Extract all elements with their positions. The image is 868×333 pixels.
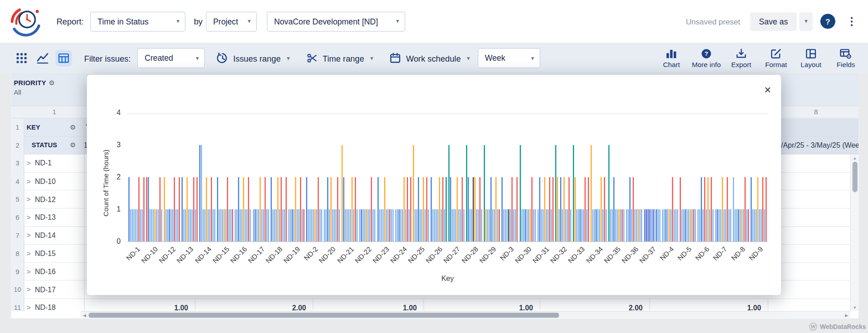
expand-chevron-icon[interactable]: > [27, 268, 32, 275]
bar-group[interactable] [181, 114, 198, 241]
bar [364, 209, 365, 241]
value-cell[interactable]: 1.00 [649, 299, 767, 311]
bar-group[interactable] [465, 114, 483, 241]
save-as-dropdown-button[interactable]: ▾ [800, 12, 813, 31]
bar-group[interactable] [697, 114, 714, 241]
scroll-down-arrow-icon[interactable]: ▼ [851, 305, 858, 309]
bar-group[interactable] [127, 114, 145, 241]
horizontal-scroll-thumb[interactable] [89, 313, 559, 318]
filter-issues-select[interactable]: Created ▾ [137, 48, 205, 68]
project-select[interactable]: NovaCore Development [ND] ▾ [267, 11, 405, 31]
bar-group[interactable] [270, 114, 287, 241]
scroll-up-arrow-icon[interactable]: ▲ [851, 156, 858, 160]
chart-plot-area[interactable] [127, 113, 768, 241]
bar-group[interactable] [555, 114, 572, 241]
value-cell[interactable] [768, 299, 858, 311]
bar-group[interactable] [252, 114, 270, 241]
scroll-right-arrow-icon[interactable]: ▶ [845, 314, 848, 318]
value-cell[interactable]: 2.00 [195, 299, 313, 311]
gear-icon[interactable]: ⚙ [70, 123, 76, 131]
expand-chevron-icon[interactable]: > [27, 286, 32, 293]
layout-button[interactable]: Layout [796, 48, 826, 68]
bar [374, 209, 375, 241]
bar-group[interactable] [608, 114, 625, 241]
period-select[interactable]: Week ▾ [477, 48, 540, 68]
value-cell[interactable]: 1.00 [84, 299, 195, 311]
help-button[interactable]: ? [820, 14, 835, 29]
bar [473, 177, 474, 241]
bar-group[interactable] [536, 114, 554, 241]
bar-group[interactable] [750, 114, 768, 241]
close-icon[interactable]: × [764, 84, 771, 96]
bar-group[interactable] [572, 114, 590, 241]
expand-chevron-icon[interactable]: > [27, 196, 32, 203]
bar-group[interactable] [234, 114, 252, 241]
bar-group[interactable] [376, 114, 394, 241]
bar-group[interactable] [198, 114, 216, 241]
work-schedule-dropdown[interactable]: Work schedule ▾ [390, 53, 470, 63]
bar-group[interactable] [679, 114, 696, 241]
priority-filter[interactable]: PRIORITY ⚙ All [14, 79, 55, 97]
bar-group[interactable] [305, 114, 323, 241]
bar-group[interactable] [412, 114, 429, 241]
chart-button[interactable]: Chart [656, 48, 687, 68]
bar-group[interactable] [145, 114, 163, 241]
gear-icon[interactable]: ⚙ [70, 141, 76, 149]
bar-group[interactable] [359, 114, 376, 241]
bar-group[interactable] [590, 114, 608, 241]
bar-group[interactable] [323, 114, 341, 241]
report-type-select[interactable]: Time in Status ▾ [90, 11, 185, 31]
table-view-button[interactable] [55, 50, 72, 67]
grid-view-button[interactable] [13, 50, 30, 67]
bar-group[interactable] [483, 114, 501, 241]
time-range-dropdown[interactable]: Time range ▾ [306, 53, 373, 63]
bar-group[interactable] [714, 114, 732, 241]
issues-range-dropdown[interactable]: Issues range ▾ [217, 53, 290, 63]
bar-group[interactable] [732, 114, 750, 241]
kebab-menu-button[interactable]: ⋮ [846, 16, 857, 26]
bar [217, 177, 218, 241]
expand-chevron-icon[interactable]: > [27, 178, 32, 185]
bar-group[interactable] [448, 114, 465, 241]
gear-icon[interactable]: ⚙ [49, 79, 55, 87]
bar-group[interactable] [661, 114, 679, 241]
expand-chevron-icon[interactable]: > [27, 304, 32, 311]
expand-chevron-icon[interactable]: > [27, 232, 32, 239]
bar-group[interactable] [394, 114, 412, 241]
scroll-left-arrow-icon[interactable]: ◀ [83, 314, 86, 318]
vertical-scroll-thumb[interactable] [853, 162, 858, 192]
scope-select[interactable]: Project ▾ [206, 11, 257, 31]
bar-group[interactable] [163, 114, 181, 241]
save-as-button[interactable]: Save as [750, 12, 797, 31]
bar [564, 177, 564, 241]
bar-group[interactable] [519, 114, 536, 241]
bar [290, 209, 291, 241]
vertical-scrollbar[interactable]: ▲ ▼ [850, 154, 858, 311]
format-button[interactable]: Format [761, 48, 791, 68]
export-button[interactable]: Export [726, 48, 757, 68]
webdatarocks-attribution[interactable]: W WebDataRocks [809, 323, 866, 330]
bar [206, 177, 207, 241]
fields-button[interactable]: Fields [830, 48, 861, 68]
value-cell[interactable]: 1.00 [313, 299, 423, 311]
bar [574, 177, 575, 241]
bar [195, 209, 196, 241]
bar-group[interactable] [216, 114, 234, 241]
status-header-cell[interactable]: STATUS ⚙ [24, 136, 84, 154]
more-info-button[interactable]: ? More info [691, 48, 722, 68]
bar [604, 177, 605, 241]
expand-chevron-icon[interactable]: > [27, 214, 32, 221]
bar-group[interactable] [501, 114, 519, 241]
value-cell[interactable]: 2.00 [540, 299, 649, 311]
value-cell[interactable]: 1.00 [424, 299, 540, 311]
bar-group[interactable] [626, 114, 643, 241]
bar-group[interactable] [287, 114, 305, 241]
bar-group[interactable] [643, 114, 661, 241]
expand-chevron-icon[interactable]: > [27, 160, 32, 167]
bar-group[interactable] [341, 114, 358, 241]
bar-group[interactable] [430, 114, 448, 241]
key-header-cell[interactable]: KEY ⚙ [24, 118, 84, 136]
expand-chevron-icon[interactable]: > [27, 250, 32, 257]
line-chart-view-button[interactable] [34, 50, 51, 67]
horizontal-scrollbar[interactable]: ◀ ▶ [81, 311, 850, 319]
